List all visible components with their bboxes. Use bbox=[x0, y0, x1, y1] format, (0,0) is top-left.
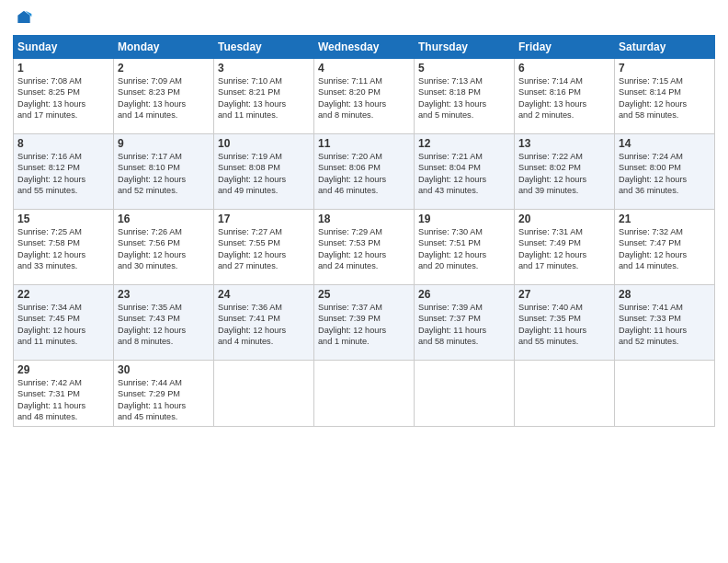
day-info: Sunrise: 7:24 AMSunset: 8:00 PMDaylight:… bbox=[619, 151, 711, 197]
weekday-header-sunday: Sunday bbox=[14, 36, 114, 59]
day-info: Sunrise: 7:10 AMSunset: 8:21 PMDaylight:… bbox=[218, 75, 310, 121]
day-number: 7 bbox=[619, 62, 711, 75]
day-number: 8 bbox=[17, 137, 109, 150]
day-number: 13 bbox=[518, 137, 610, 150]
calendar-cell: 13Sunrise: 7:22 AMSunset: 8:02 PMDayligh… bbox=[515, 134, 615, 210]
logo-icon bbox=[15, 9, 33, 28]
weekday-header-saturday: Saturday bbox=[615, 36, 715, 59]
calendar-cell: 27Sunrise: 7:40 AMSunset: 7:35 PMDayligh… bbox=[515, 285, 615, 361]
day-info: Sunrise: 7:35 AMSunset: 7:43 PMDaylight:… bbox=[118, 302, 210, 348]
day-number: 20 bbox=[518, 213, 610, 225]
calendar-cell: 26Sunrise: 7:39 AMSunset: 7:37 PMDayligh… bbox=[415, 285, 515, 361]
day-number: 9 bbox=[118, 137, 210, 150]
day-info: Sunrise: 7:13 AMSunset: 8:18 PMDaylight:… bbox=[418, 75, 510, 121]
day-number: 27 bbox=[518, 288, 610, 301]
day-info: Sunrise: 7:21 AMSunset: 8:04 PMDaylight:… bbox=[418, 151, 510, 197]
calendar-cell bbox=[615, 361, 715, 427]
day-number: 18 bbox=[318, 213, 410, 225]
calendar-cell bbox=[415, 361, 515, 427]
day-number: 10 bbox=[218, 137, 310, 150]
calendar-week-5: 29Sunrise: 7:42 AMSunset: 7:31 PMDayligh… bbox=[14, 361, 715, 427]
day-number: 30 bbox=[118, 363, 210, 376]
calendar-cell: 28Sunrise: 7:41 AMSunset: 7:33 PMDayligh… bbox=[615, 285, 715, 361]
day-number: 15 bbox=[17, 213, 109, 225]
calendar-cell: 1Sunrise: 7:08 AMSunset: 8:25 PMDaylight… bbox=[14, 59, 114, 134]
day-number: 26 bbox=[418, 288, 510, 301]
day-number: 25 bbox=[318, 288, 410, 301]
day-number: 6 bbox=[518, 62, 610, 75]
day-info: Sunrise: 7:32 AMSunset: 7:47 PMDaylight:… bbox=[619, 226, 711, 272]
day-number: 1 bbox=[17, 62, 109, 75]
day-info: Sunrise: 7:17 AMSunset: 8:10 PMDaylight:… bbox=[118, 151, 210, 197]
calendar-cell: 23Sunrise: 7:35 AMSunset: 7:43 PMDayligh… bbox=[114, 285, 214, 361]
day-number: 29 bbox=[17, 363, 109, 376]
day-info: Sunrise: 7:19 AMSunset: 8:08 PMDaylight:… bbox=[218, 151, 310, 197]
calendar-cell: 11Sunrise: 7:20 AMSunset: 8:06 PMDayligh… bbox=[314, 134, 415, 210]
day-number: 24 bbox=[218, 288, 310, 301]
calendar-cell: 7Sunrise: 7:15 AMSunset: 8:14 PMDaylight… bbox=[615, 59, 715, 134]
day-info: Sunrise: 7:26 AMSunset: 7:56 PMDaylight:… bbox=[118, 226, 210, 272]
day-number: 23 bbox=[118, 288, 210, 301]
day-number: 28 bbox=[619, 288, 711, 301]
calendar-cell bbox=[515, 361, 615, 427]
day-info: Sunrise: 7:29 AMSunset: 7:53 PMDaylight:… bbox=[318, 226, 410, 272]
day-number: 3 bbox=[218, 62, 310, 75]
header bbox=[13, 9, 715, 28]
calendar-cell: 4Sunrise: 7:11 AMSunset: 8:20 PMDaylight… bbox=[314, 59, 415, 134]
calendar-cell: 10Sunrise: 7:19 AMSunset: 8:08 PMDayligh… bbox=[214, 134, 314, 210]
day-info: Sunrise: 7:15 AMSunset: 8:14 PMDaylight:… bbox=[619, 75, 711, 121]
day-info: Sunrise: 7:31 AMSunset: 7:49 PMDaylight:… bbox=[518, 226, 610, 272]
calendar-cell: 22Sunrise: 7:34 AMSunset: 7:45 PMDayligh… bbox=[14, 285, 114, 361]
day-number: 21 bbox=[619, 213, 711, 225]
day-info: Sunrise: 7:36 AMSunset: 7:41 PMDaylight:… bbox=[218, 302, 310, 348]
weekday-header-thursday: Thursday bbox=[415, 36, 515, 59]
day-info: Sunrise: 7:40 AMSunset: 7:35 PMDaylight:… bbox=[518, 302, 610, 348]
day-info: Sunrise: 7:11 AMSunset: 8:20 PMDaylight:… bbox=[318, 75, 410, 121]
day-info: Sunrise: 7:34 AMSunset: 7:45 PMDaylight:… bbox=[17, 302, 109, 348]
calendar-cell: 15Sunrise: 7:25 AMSunset: 7:58 PMDayligh… bbox=[14, 210, 114, 285]
day-number: 16 bbox=[118, 213, 210, 225]
weekday-header-monday: Monday bbox=[114, 36, 214, 59]
weekday-header-tuesday: Tuesday bbox=[214, 36, 314, 59]
calendar-cell: 9Sunrise: 7:17 AMSunset: 8:10 PMDaylight… bbox=[114, 134, 214, 210]
day-info: Sunrise: 7:27 AMSunset: 7:55 PMDaylight:… bbox=[218, 226, 310, 272]
calendar-week-4: 22Sunrise: 7:34 AMSunset: 7:45 PMDayligh… bbox=[14, 285, 715, 361]
day-info: Sunrise: 7:30 AMSunset: 7:51 PMDaylight:… bbox=[418, 226, 510, 272]
day-info: Sunrise: 7:20 AMSunset: 8:06 PMDaylight:… bbox=[318, 151, 410, 197]
day-info: Sunrise: 7:39 AMSunset: 7:37 PMDaylight:… bbox=[418, 302, 510, 348]
main-container: SundayMondayTuesdayWednesdayThursdayFrid… bbox=[0, 0, 728, 563]
day-info: Sunrise: 7:44 AMSunset: 7:29 PMDaylight:… bbox=[118, 377, 210, 423]
calendar-cell: 17Sunrise: 7:27 AMSunset: 7:55 PMDayligh… bbox=[214, 210, 314, 285]
day-info: Sunrise: 7:14 AMSunset: 8:16 PMDaylight:… bbox=[518, 75, 610, 121]
calendar-cell: 16Sunrise: 7:26 AMSunset: 7:56 PMDayligh… bbox=[114, 210, 214, 285]
calendar-cell: 8Sunrise: 7:16 AMSunset: 8:12 PMDaylight… bbox=[14, 134, 114, 210]
calendar-cell: 5Sunrise: 7:13 AMSunset: 8:18 PMDaylight… bbox=[415, 59, 515, 134]
calendar-cell: 12Sunrise: 7:21 AMSunset: 8:04 PMDayligh… bbox=[415, 134, 515, 210]
calendar-cell: 21Sunrise: 7:32 AMSunset: 7:47 PMDayligh… bbox=[615, 210, 715, 285]
day-number: 12 bbox=[418, 137, 510, 150]
calendar-cell: 2Sunrise: 7:09 AMSunset: 8:23 PMDaylight… bbox=[114, 59, 214, 134]
calendar-cell: 19Sunrise: 7:30 AMSunset: 7:51 PMDayligh… bbox=[415, 210, 515, 285]
calendar-body: 1Sunrise: 7:08 AMSunset: 8:25 PMDaylight… bbox=[14, 59, 715, 427]
day-number: 2 bbox=[118, 62, 210, 75]
day-number: 5 bbox=[418, 62, 510, 75]
calendar-cell: 3Sunrise: 7:10 AMSunset: 8:21 PMDaylight… bbox=[214, 59, 314, 134]
calendar-cell: 29Sunrise: 7:42 AMSunset: 7:31 PMDayligh… bbox=[14, 361, 114, 427]
day-number: 4 bbox=[318, 62, 410, 75]
logo bbox=[13, 9, 37, 28]
day-info: Sunrise: 7:08 AMSunset: 8:25 PMDaylight:… bbox=[17, 75, 109, 121]
calendar-cell: 25Sunrise: 7:37 AMSunset: 7:39 PMDayligh… bbox=[314, 285, 415, 361]
day-info: Sunrise: 7:25 AMSunset: 7:58 PMDaylight:… bbox=[17, 226, 109, 272]
day-number: 17 bbox=[218, 213, 310, 225]
calendar-table: SundayMondayTuesdayWednesdayThursdayFrid… bbox=[13, 35, 715, 427]
calendar-cell: 6Sunrise: 7:14 AMSunset: 8:16 PMDaylight… bbox=[515, 59, 615, 134]
day-info: Sunrise: 7:16 AMSunset: 8:12 PMDaylight:… bbox=[17, 151, 109, 197]
calendar-week-3: 15Sunrise: 7:25 AMSunset: 7:58 PMDayligh… bbox=[14, 210, 715, 285]
calendar-header-row: SundayMondayTuesdayWednesdayThursdayFrid… bbox=[14, 36, 715, 59]
calendar-cell: 30Sunrise: 7:44 AMSunset: 7:29 PMDayligh… bbox=[114, 361, 214, 427]
day-number: 14 bbox=[619, 137, 711, 150]
calendar-cell bbox=[214, 361, 314, 427]
calendar-cell: 20Sunrise: 7:31 AMSunset: 7:49 PMDayligh… bbox=[515, 210, 615, 285]
day-info: Sunrise: 7:37 AMSunset: 7:39 PMDaylight:… bbox=[318, 302, 410, 348]
day-info: Sunrise: 7:41 AMSunset: 7:33 PMDaylight:… bbox=[619, 302, 711, 348]
